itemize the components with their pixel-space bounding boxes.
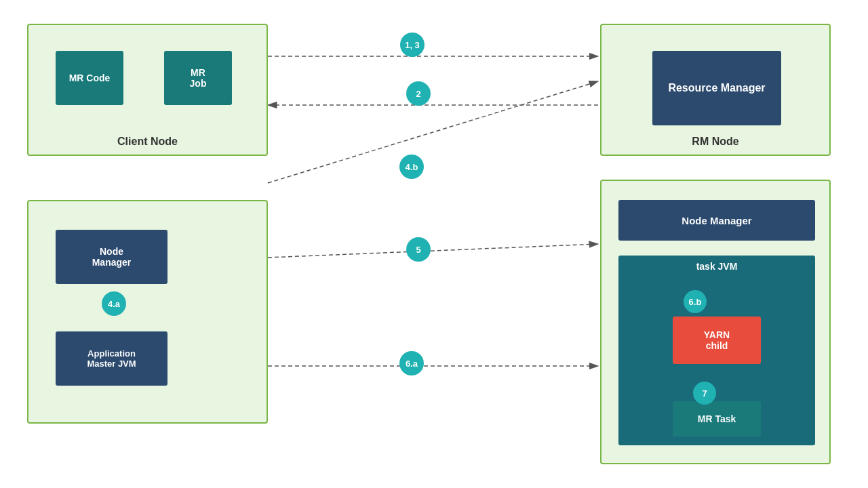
task-node-outer-box: Node Manager task JVM YARNchild MR Task (600, 180, 831, 464)
resource-manager-label: Resource Manager (668, 82, 765, 94)
mr-code-label: MR Code (69, 73, 111, 83)
yarn-child-label: YARNchild (704, 329, 730, 351)
badge-4b: 4.b (399, 155, 424, 179)
app-master-jvm-label: ApplicationMaster JVM (87, 348, 136, 369)
rm-node-label: RM Node (601, 136, 829, 148)
badge-1-3-label: 1, 3 (405, 40, 420, 50)
badge-4b-label: 4.b (406, 162, 418, 172)
badge-7-label: 7 (702, 388, 707, 399)
resource-manager-box: Resource Manager (652, 51, 781, 125)
client-node-box: MR Code MRJob Client Node (27, 24, 268, 156)
node-manager-right-label: Node Manager (682, 215, 751, 226)
rm-node-box: Resource Manager RM Node (600, 24, 831, 156)
svg-line-4 (268, 81, 598, 183)
badge-2: 2 (406, 81, 431, 106)
badge-4a-label: 4.a (108, 299, 120, 309)
mr-code-box: MR Code (56, 51, 123, 105)
badge-1-3: 1, 3 (400, 33, 425, 57)
node-manager-left-label: NodeManager (92, 246, 132, 268)
app-master-outer-box: NodeManager ApplicationMaster JVM (27, 200, 268, 424)
mr-task-label: MR Task (698, 413, 736, 424)
badge-4a: 4.a (102, 291, 126, 316)
node-manager-right-box: Node Manager (618, 200, 815, 241)
badge-5-label: 5 (416, 245, 420, 255)
badge-6a: 6.a (399, 351, 424, 375)
mr-job-box: MRJob (164, 51, 232, 105)
badge-5: 5 (406, 237, 431, 262)
badge-6b-label: 6.b (689, 297, 702, 307)
app-master-jvm-box: ApplicationMaster JVM (56, 331, 167, 386)
badge-6b: 6.b (684, 290, 707, 313)
badge-2-label: 2 (416, 89, 420, 99)
task-jvm-label: task JVM (618, 261, 815, 272)
mr-job-label: MRJob (190, 67, 207, 89)
mr-task-box: MR Task (673, 401, 761, 436)
diagram-container: MR Code MRJob Client Node Resource Manag… (0, 0, 868, 488)
client-node-label: Client Node (28, 136, 267, 148)
node-manager-left-box: NodeManager (56, 230, 167, 284)
badge-7: 7 (693, 382, 716, 405)
badge-6a-label: 6.a (406, 359, 418, 369)
yarn-child-box: YARNchild (673, 317, 761, 364)
svg-line-5 (268, 244, 598, 258)
